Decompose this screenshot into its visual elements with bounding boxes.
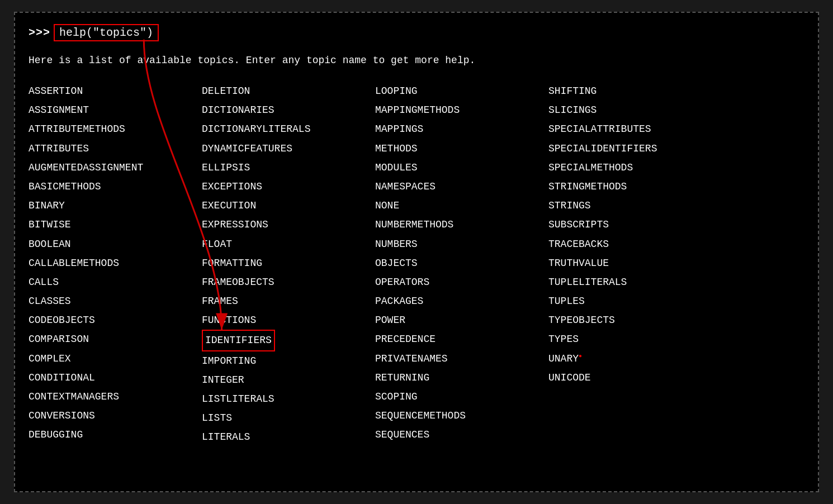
topic-stringmethods[interactable]: STRINGMETHODS — [548, 177, 722, 196]
topic-classes[interactable]: CLASSES — [29, 292, 202, 311]
topic-returning[interactable]: RETURNING — [375, 368, 548, 387]
topics-col-3: LOOPING MAPPINGMETHODS MAPPINGS METHODS … — [375, 82, 548, 447]
topic-numbermethods[interactable]: NUMBERMETHODS — [375, 215, 548, 234]
topic-debugging[interactable]: DEBUGGING — [29, 425, 202, 444]
topic-comparison[interactable]: COMPARISON — [29, 330, 202, 349]
topic-slicings[interactable]: SLICINGS — [548, 101, 722, 120]
topic-assertion[interactable]: ASSERTION — [29, 82, 202, 101]
topic-specialidentifiers[interactable]: SPECIALIDENTIFIERS — [548, 139, 722, 158]
topic-attributes[interactable]: ATTRIBUTES — [29, 139, 202, 158]
topic-ellipsis[interactable]: ELLIPSIS — [202, 158, 375, 177]
topic-exceptions[interactable]: EXCEPTIONS — [202, 177, 375, 196]
topic-looping[interactable]: LOOPING — [375, 82, 548, 101]
topic-execution[interactable]: EXECUTION — [202, 196, 375, 215]
topics-grid: ASSERTION ASSIGNMENT ATTRIBUTEMETHODS AT… — [29, 82, 804, 447]
topic-conditional[interactable]: CONDITIONAL — [29, 368, 202, 387]
topic-operators[interactable]: OPERATORS — [375, 273, 548, 292]
topic-integer[interactable]: INTEGER — [202, 370, 375, 389]
topic-typeobjects[interactable]: TYPEOBJECTS — [548, 311, 722, 330]
terminal-window: >>> help("topics") Here is a list of ava… — [14, 12, 819, 492]
topic-float[interactable]: FLOAT — [202, 235, 375, 254]
topic-precedence[interactable]: PRECEDENCE — [375, 330, 548, 349]
topic-sequencemethods[interactable]: SEQUENCEMETHODS — [375, 406, 548, 425]
topic-numbers[interactable]: NUMBERS — [375, 235, 548, 254]
topic-calls[interactable]: CALLS — [29, 273, 202, 292]
topic-conversions[interactable]: CONVERSIONS — [29, 406, 202, 425]
topic-callablemethods[interactable]: CALLABLEMETHODS — [29, 254, 202, 273]
topic-sequences[interactable]: SEQUENCES — [375, 425, 548, 444]
topic-frameobjects[interactable]: FRAMEOBJECTS — [202, 273, 375, 292]
topic-augmentedassignment[interactable]: AUGMENTEDASSIGNMENT — [29, 158, 202, 177]
topic-lists[interactable]: LISTS — [202, 408, 375, 427]
topic-modules[interactable]: MODULES — [375, 158, 548, 177]
topic-dictionaries[interactable]: DICTIONARIES — [202, 101, 375, 120]
topic-boolean[interactable]: BOOLEAN — [29, 235, 202, 254]
topic-specialmethods[interactable]: SPECIALMETHODS — [548, 158, 722, 177]
topic-mappings[interactable]: MAPPINGS — [375, 120, 548, 139]
topic-complex[interactable]: COMPLEX — [29, 349, 202, 368]
topic-none[interactable]: NONE — [375, 196, 548, 215]
topic-frames[interactable]: FRAMES — [202, 292, 375, 311]
topic-scoping[interactable]: SCOPING — [375, 387, 548, 406]
topic-subscripts[interactable]: SUBSCRIPTS — [548, 215, 722, 234]
prompt-arrow: >>> — [29, 26, 50, 39]
topic-literals[interactable]: LITERALS — [202, 427, 375, 446]
topics-col-4: SHIFTING SLICINGS SPECIALATTRIBUTES SPEC… — [548, 82, 722, 447]
topic-mappingmethods[interactable]: MAPPINGMETHODS — [375, 101, 548, 120]
topic-formatting[interactable]: FORMATTING — [202, 254, 375, 273]
topic-contextmanagers[interactable]: CONTEXTMANAGERS — [29, 387, 202, 406]
topic-bitwise[interactable]: BITWISE — [29, 215, 202, 234]
topic-identifiers-highlighted[interactable]: IDENTIFIERS — [202, 330, 275, 351]
prompt-line: >>> help("topics") — [29, 24, 804, 41]
topic-binary[interactable]: BINARY — [29, 196, 202, 215]
topic-dictionaryliterals[interactable]: DICTIONARYLITERALS — [202, 120, 375, 139]
topic-privatenames[interactable]: PRIVATENAMES — [375, 349, 548, 368]
topic-dynamicfeatures[interactable]: DYNAMICFEATURES — [202, 139, 375, 158]
topic-identifiers[interactable]: IDENTIFIERS — [202, 330, 375, 351]
topic-listliterals[interactable]: LISTLITERALS — [202, 389, 375, 408]
topic-power[interactable]: POWER — [375, 311, 548, 330]
topic-specialattributes[interactable]: SPECIALATTRIBUTES — [548, 120, 722, 139]
help-header: Here is a list of available topics. Ente… — [29, 55, 804, 66]
topics-col-1: ASSERTION ASSIGNMENT ATTRIBUTEMETHODS AT… — [29, 82, 202, 447]
topic-attributemethods[interactable]: ATTRIBUTEMETHODS — [29, 120, 202, 139]
topic-objects[interactable]: OBJECTS — [375, 254, 548, 273]
command-input[interactable]: help("topics") — [54, 24, 159, 41]
topic-basicmethods[interactable]: BASICMETHODS — [29, 177, 202, 196]
topic-codeobjects[interactable]: CODEOBJECTS — [29, 311, 202, 330]
topic-tupleliterals[interactable]: TUPLELITERALS — [548, 273, 722, 292]
topic-types[interactable]: TYPES — [548, 330, 722, 349]
topic-assignment[interactable]: ASSIGNMENT — [29, 101, 202, 120]
topic-methods[interactable]: METHODS — [375, 139, 548, 158]
topic-functions[interactable]: FUNCTIONS — [202, 311, 375, 330]
topic-importing[interactable]: IMPORTING — [202, 351, 375, 370]
topic-unicode[interactable]: UNICODE — [548, 368, 722, 387]
topic-tracebacks[interactable]: TRACEBACKS — [548, 235, 722, 254]
topic-namespaces[interactable]: NAMESPACES — [375, 177, 548, 196]
topic-truthvalue[interactable]: TRUTHVALUE — [548, 254, 722, 273]
topic-strings[interactable]: STRINGS — [548, 196, 722, 215]
topics-col-2: DELETION DICTIONARIES DICTIONARYLITERALS… — [202, 82, 375, 447]
topic-expressions[interactable]: EXPRESSIONS — [202, 215, 375, 234]
topic-deletion[interactable]: DELETION — [202, 82, 375, 101]
topic-tuples[interactable]: TUPLES — [548, 292, 722, 311]
topic-packages[interactable]: PACKAGES — [375, 292, 548, 311]
topic-shifting[interactable]: SHIFTING — [548, 82, 722, 101]
topic-unary[interactable]: UNARY● — [548, 349, 722, 368]
